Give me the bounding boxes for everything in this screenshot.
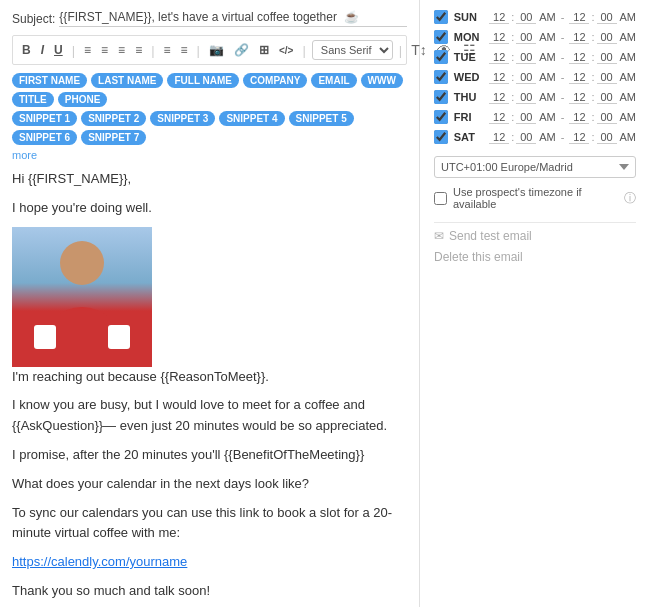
schedule-container: SUN : AM - : AM MON : AM - (434, 10, 636, 144)
sep3: | (195, 43, 202, 58)
to-h-tue[interactable] (569, 51, 589, 64)
to-ampm-sat: AM (620, 131, 637, 143)
from-m-mon[interactable] (516, 31, 536, 44)
to-m-sat[interactable] (597, 131, 617, 144)
align-center-button[interactable]: ≡ (98, 42, 111, 58)
subject-label: Subject: (12, 12, 55, 26)
to-m-fri[interactable] (597, 111, 617, 124)
to-h-mon[interactable] (569, 31, 589, 44)
image-button[interactable]: 📷 (206, 42, 227, 58)
to-h-thu[interactable] (569, 91, 589, 104)
italic-button[interactable]: I (38, 42, 47, 58)
sep4: | (300, 43, 307, 58)
from-ampm-sun: AM (539, 11, 556, 23)
prospect-tz-checkbox[interactable] (434, 192, 447, 205)
to-h-sun[interactable] (569, 11, 589, 24)
unordered-list-button[interactable]: ≡ (178, 42, 191, 58)
table-button[interactable]: ⊞ (256, 42, 272, 58)
checkbox-fri[interactable] (434, 110, 448, 124)
to-ampm-tue: AM (620, 51, 637, 63)
subject-row: Subject: {{FIRST_NAME}}, let's have a vi… (12, 10, 407, 27)
day-label-sun: SUN (454, 11, 483, 23)
line7: Thank you so much and talk soon! (12, 581, 407, 602)
checkbox-mon[interactable] (434, 30, 448, 44)
timezone-select[interactable]: UTC+01:00 Europe/Madrid (434, 156, 636, 178)
tag-www[interactable]: WWW (361, 73, 403, 88)
code-button[interactable]: </> (276, 44, 296, 57)
right-panel: SUN : AM - : AM MON : AM - (420, 0, 650, 607)
to-m-wed[interactable] (597, 71, 617, 84)
checkbox-sat[interactable] (434, 130, 448, 144)
tag-phone[interactable]: PHONE (58, 92, 108, 107)
day-label-mon: MON (454, 31, 483, 43)
subject-emoji: ☕ (344, 10, 359, 24)
delete-email-button[interactable]: Delete this email (434, 250, 523, 264)
from-h-fri[interactable] (489, 111, 509, 124)
from-m-sat[interactable] (516, 131, 536, 144)
link-button[interactable]: 🔗 (231, 42, 252, 58)
from-ampm-thu: AM (539, 91, 556, 103)
tag-snippet-6[interactable]: SNIPPET 6 (12, 130, 77, 145)
tag-email[interactable]: EMAIL (311, 73, 356, 88)
checkbox-thu[interactable] (434, 90, 448, 104)
to-m-tue[interactable] (597, 51, 617, 64)
line2: I'm reaching out because {{ReasonToMeet}… (12, 367, 407, 388)
subject-text[interactable]: {{FIRST_NAME}}, let's have a virtual cof… (59, 10, 337, 24)
tag-company[interactable]: COMPANY (243, 73, 307, 88)
to-h-sat[interactable] (569, 131, 589, 144)
from-m-sun[interactable] (516, 11, 536, 24)
tag-first-name[interactable]: FIRST NAME (12, 73, 87, 88)
from-m-thu[interactable] (516, 91, 536, 104)
info-icon[interactable]: ⓘ (624, 190, 636, 207)
tag-snippet-7[interactable]: SNIPPET 7 (81, 130, 146, 145)
font-select[interactable]: Sans Serif (312, 40, 393, 60)
checkbox-wed[interactable] (434, 70, 448, 84)
tag-snippet-4[interactable]: SNIPPET 4 (219, 111, 284, 126)
greeting: Hi {{FIRST_NAME}}, (12, 169, 407, 190)
checkbox-tue[interactable] (434, 50, 448, 64)
line4: I promise, after the 20 minutes you'll {… (12, 445, 407, 466)
tag-full-name[interactable]: FULL NAME (167, 73, 239, 88)
from-m-tue[interactable] (516, 51, 536, 64)
prospect-tz-label: Use prospect's timezone if available (453, 186, 618, 210)
tag-snippet-3[interactable]: SNIPPET 3 (150, 111, 215, 126)
mug-left (34, 325, 56, 349)
checkbox-sun[interactable] (434, 10, 448, 24)
ordered-list-button[interactable]: ≡ (161, 42, 174, 58)
to-ampm-mon: AM (620, 31, 637, 43)
send-test-button[interactable]: ✉ Send test email (434, 229, 532, 243)
underline-button[interactable]: U (51, 42, 66, 58)
more-link[interactable]: more (12, 149, 407, 161)
tag-snippet-5[interactable]: SNIPPET 5 (289, 111, 354, 126)
calendly-link[interactable]: https://calendly.com/yourname (12, 554, 187, 569)
tag-snippet-1[interactable]: SNIPPET 1 (12, 111, 77, 126)
tag-title[interactable]: TITLE (12, 92, 54, 107)
from-h-tue[interactable] (489, 51, 509, 64)
bold-button[interactable]: B (19, 42, 34, 58)
align-left-button[interactable]: ≡ (81, 42, 94, 58)
from-h-thu[interactable] (489, 91, 509, 104)
from-h-sat[interactable] (489, 131, 509, 144)
schedule-row-tue: TUE : AM - : AM (434, 50, 636, 64)
align-right-button[interactable]: ≡ (115, 42, 128, 58)
to-m-thu[interactable] (597, 91, 617, 104)
from-ampm-wed: AM (539, 71, 556, 83)
from-m-fri[interactable] (516, 111, 536, 124)
tag-last-name[interactable]: LAST NAME (91, 73, 163, 88)
left-panel: Subject: {{FIRST_NAME}}, let's have a vi… (0, 0, 420, 607)
to-m-sun[interactable] (597, 11, 617, 24)
tag-snippet-2[interactable]: SNIPPET 2 (81, 111, 146, 126)
align-justify-button[interactable]: ≡ (132, 42, 145, 58)
to-m-mon[interactable] (597, 31, 617, 44)
from-ampm-sat: AM (539, 131, 556, 143)
from-h-sun[interactable] (489, 11, 509, 24)
to-h-wed[interactable] (569, 71, 589, 84)
line6: To sync our calendars you can use this l… (12, 503, 407, 545)
from-h-mon[interactable] (489, 31, 509, 44)
from-m-wed[interactable] (516, 71, 536, 84)
time-from-mon: : AM - : AM (489, 31, 636, 44)
day-label-tue: TUE (454, 51, 483, 63)
schedule-row-fri: FRI : AM - : AM (434, 110, 636, 124)
to-h-fri[interactable] (569, 111, 589, 124)
from-h-wed[interactable] (489, 71, 509, 84)
